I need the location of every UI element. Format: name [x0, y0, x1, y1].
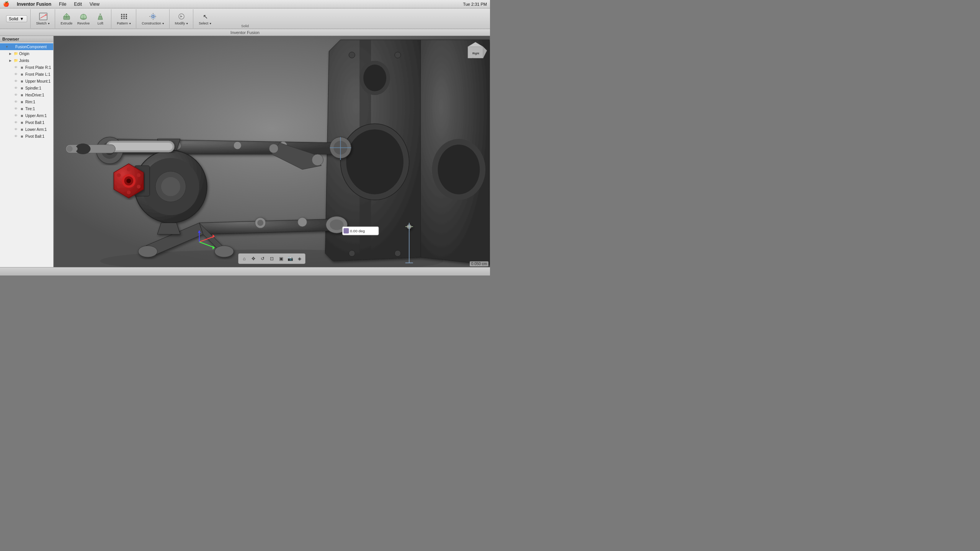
- tree-item-pivot-bot[interactable]: 👁 ◼ Pivot Ball:1: [0, 133, 53, 140]
- svg-point-76: [67, 146, 73, 152]
- tree-item-lower-arm[interactable]: 👁 ◼ Lower Arm:1: [0, 126, 53, 133]
- body-icon-tire: ◼: [19, 106, 24, 111]
- svg-marker-85: [483, 47, 487, 58]
- svg-point-2: [45, 14, 47, 16]
- svg-text:0.00 deg: 0.00 deg: [350, 229, 365, 233]
- tree-item-front-plate-l[interactable]: 👁 ◼ Front Plate L:1: [0, 71, 53, 78]
- rim-label: Rim:1: [25, 100, 35, 104]
- solid-dropdown-arrow: ▼: [20, 16, 24, 21]
- tree-item-front-plate-r[interactable]: 👁 ◼ Front Plate R:1: [0, 64, 53, 71]
- visibility-icon-fpr: 👁: [13, 65, 18, 70]
- hexdrive-label: HexDrive:1: [25, 93, 44, 97]
- solid-label-loft: Loft: [98, 21, 103, 25]
- nav-camera-button[interactable]: 📷: [286, 254, 294, 263]
- pattern-button[interactable]: Pattern ▼: [115, 11, 133, 26]
- main-content: Browser ▼ ⬡ FusionComponent ▶ 📁 Origin ▶…: [0, 36, 490, 267]
- pivot-bot-label: Pivot Ball:1: [25, 134, 44, 139]
- pattern-group: Pattern ▼: [112, 9, 136, 28]
- menu-edit[interactable]: Edit: [72, 2, 83, 7]
- nav-pan-button[interactable]: ✥: [249, 254, 258, 263]
- menubar-time: Tue 2:31 PM: [463, 2, 487, 7]
- body-icon-fpl: ◼: [19, 72, 24, 77]
- solid-label-ext: Extrude: [60, 21, 72, 25]
- sketch-button[interactable]: Sketch ▼: [34, 11, 51, 26]
- svg-text:Right: Right: [472, 52, 480, 55]
- svg-point-52: [161, 177, 180, 196]
- scale-indicator: 0.050 cm: [470, 261, 488, 266]
- extrude-button[interactable]: Extrude: [59, 11, 74, 26]
- folder-icon-origin: 📁: [13, 51, 18, 56]
- tree-item-upper-arm[interactable]: 👁 ◼ Upper Arm:1: [0, 112, 53, 119]
- tree-item-tire[interactable]: 👁 ◼ Tire:1: [0, 105, 53, 112]
- construction-group: Construction ▼: [137, 9, 169, 28]
- apple-menu[interactable]: 🍎: [3, 1, 9, 7]
- tree-item-hexdrive[interactable]: 👁 ◼ HexDrive:1: [0, 91, 53, 98]
- sketch-label: Sketch ▼: [36, 21, 50, 25]
- front-plate-r-label: Front Plate R:1: [25, 65, 51, 70]
- tree-expand-fusion: ▼: [5, 45, 9, 49]
- tree-item-joints[interactable]: ▶ 📁 Joints: [0, 57, 53, 64]
- svg-point-39: [138, 246, 157, 257]
- svg-point-25: [349, 52, 355, 58]
- svg-point-20: [346, 129, 403, 194]
- visibility-icon-tire: 👁: [13, 106, 18, 111]
- svg-point-63: [117, 173, 121, 177]
- tree-item-fusion-component[interactable]: ▼ ⬡ FusionComponent: [0, 43, 53, 50]
- loft-button[interactable]: Loft: [93, 11, 108, 26]
- visibility-icon-hd: 👁: [13, 92, 18, 98]
- nav-zoom-fit-button[interactable]: ⊡: [268, 254, 276, 263]
- menu-app-name[interactable]: Inventor Fusion: [15, 2, 53, 7]
- modify-button[interactable]: Modify ▼: [173, 11, 190, 26]
- menu-file[interactable]: File: [57, 2, 68, 7]
- body-icon-pb2: ◼: [19, 134, 24, 139]
- select-group: ↖ Select ▼: [194, 9, 216, 28]
- svg-point-62: [117, 185, 121, 189]
- construction-button[interactable]: Construction ▼: [140, 11, 166, 26]
- app-titlebar: Inventor Fusion: [0, 29, 490, 36]
- solid-mode-dropdown[interactable]: Solid ▼: [6, 15, 27, 22]
- nav-orbit-button[interactable]: ↺: [258, 254, 267, 263]
- pattern-label: Pattern ▼: [117, 21, 131, 25]
- sketch-group: Sketch ▼: [31, 9, 55, 28]
- nav-view-button[interactable]: ▣: [277, 254, 285, 263]
- origin-label: Origin: [19, 52, 29, 56]
- select-icon: ↖: [201, 12, 210, 21]
- tree-item-spindle[interactable]: 👁 ◼ Spindle:1: [0, 85, 53, 91]
- toolbar: Solid ▼ Sketch ▼: [0, 8, 490, 29]
- construction-icon: [149, 12, 158, 21]
- tree-item-upper-mount[interactable]: 👁 ◼ Upper Mount:1: [0, 78, 53, 85]
- pivot-top-label: Pivot Ball:1: [25, 121, 44, 125]
- tree-item-pivot-top[interactable]: 👁 ◼ Pivot Ball:1: [0, 119, 53, 126]
- pattern-icon: [119, 12, 129, 21]
- modify-icon: [177, 12, 186, 21]
- visibility-icon-sp: 👁: [13, 85, 18, 91]
- nav-toolbar: ⌂ ✥ ↺ ⊡ ▣ 📷 ◈: [238, 253, 305, 264]
- viewcube[interactable]: Right ,: [464, 39, 487, 62]
- tree-item-rim[interactable]: 👁 ◼ Rim:1: [0, 98, 53, 105]
- svg-point-40: [214, 246, 234, 257]
- svg-point-42: [330, 219, 343, 230]
- viewport[interactable]: 0.00 deg Right , ⌂ ✥ ↺ ⊡: [54, 36, 490, 267]
- nav-display-button[interactable]: ◈: [295, 254, 304, 263]
- component-icon: ⬡: [9, 44, 15, 49]
- tire-label: Tire:1: [25, 107, 35, 111]
- folder-icon-joints: 📁: [13, 58, 18, 63]
- nav-home-button[interactable]: ⌂: [240, 254, 248, 263]
- svg-marker-84: [468, 42, 483, 47]
- svg-point-47: [257, 220, 263, 226]
- svg-point-48: [298, 217, 307, 227]
- visibility-icon-fpl: 👁: [13, 72, 18, 77]
- menu-view[interactable]: View: [88, 2, 101, 7]
- tree-item-origin[interactable]: ▶ 📁 Origin: [0, 50, 53, 57]
- select-label: Select ▼: [199, 21, 212, 25]
- solid-mode-label: Solid: [9, 16, 18, 21]
- revolve-button[interactable]: Revolve: [76, 11, 91, 26]
- body-icon-um: ◼: [19, 78, 24, 84]
- upper-mount-label: Upper Mount:1: [25, 79, 51, 83]
- menubar: 🍎 Inventor Fusion File Edit View Tue 2:3…: [0, 0, 490, 8]
- visibility-icon-pb1: 👁: [13, 120, 18, 125]
- svg-point-28: [395, 250, 401, 256]
- select-button[interactable]: ↖ Select ▼: [197, 11, 213, 26]
- statusbar: [0, 267, 490, 276]
- svg-point-37: [234, 142, 241, 149]
